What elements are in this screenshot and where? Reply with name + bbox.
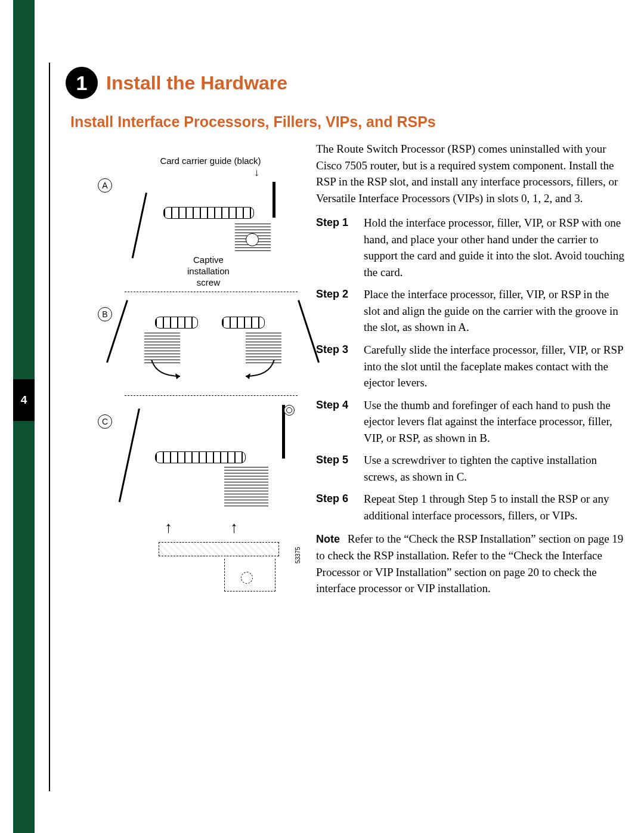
up-arrow-icon: ↑ [230,518,238,537]
step-row: Step 4 Use the thumb and forefinger of e… [316,397,626,447]
text-column: The Route Switch Processor (RSP) comes u… [316,141,626,597]
curved-arrow-icon [150,358,186,382]
diagram-top-label: Card carrier guide (black) [154,156,267,166]
step-row: Step 5 Use a screwdriver to tighten the … [316,452,626,485]
intro-paragraph: The Route Switch Processor (RSP) comes u… [316,141,626,206]
step-text: Carefully slide the interface processor,… [364,342,626,391]
diagram-label-c: C [98,414,112,429]
figure-id: 53375 [295,547,301,563]
curved-arrow-icon [240,358,275,382]
up-arrow-icon: ↑ [165,518,172,537]
step-label: Step 3 [316,342,364,391]
main-heading: Install the Hardware [106,72,287,94]
step-text: Use the thumb and forefinger of each han… [364,397,626,447]
diagram-a-caption: Captive installation screw [187,255,230,288]
sub-heading: Install Interface Processors, Fillers, V… [70,113,436,131]
step-label: Step 5 [316,452,364,485]
diagram-area: Card carrier guide (black) ↓ A Captive i… [92,152,301,629]
step-label: Step 6 [316,491,364,524]
note-label: Note [316,533,340,545]
diagram-c: ↑ ↑ [135,405,296,596]
left-black-rule [49,63,50,791]
note-text: Refer to the “Check the RSP Installation… [316,532,623,594]
heading-row: 1 Install the Hardware [66,67,287,99]
step-text: Use a screwdriver to tighten the captive… [364,452,626,485]
diagram-a [145,182,283,259]
step-label: Step 4 [316,397,364,447]
section-number: 1 [76,72,88,95]
down-arrow-icon: ↓ [254,166,259,179]
step-row: Step 3 Carefully slide the interface pro… [316,342,626,391]
step-text: Hold the interface processor, filler, VI… [364,215,626,280]
step-row: Step 6 Repeat Step 1 through Step 5 to i… [316,491,626,524]
diagram-b [126,300,299,389]
step-text: Place the interface processor, filler, V… [364,286,626,336]
diagram-divider-1 [125,292,298,292]
diagram-divider-2 [125,395,298,396]
step-label: Step 1 [316,215,364,280]
section-number-circle: 1 [66,67,98,99]
content-area: 1 Install the Hardware Install Interface… [49,0,633,833]
diagram-label-b: B [98,307,112,321]
note-paragraph: Note Refer to the “Check the RSP Install… [316,531,626,596]
step-row: Step 2 Place the interface processor, fi… [316,286,626,336]
diagram-label-a: A [98,178,112,193]
page: 4 1 Install the Hardware Install Interfa… [0,0,644,833]
step-text: Repeat Step 1 through Step 5 to install … [364,491,626,524]
step-label: Step 2 [316,286,364,336]
step-row: Step 1 Hold the interface processor, fil… [316,215,626,280]
page-number: 4 [21,394,27,407]
page-number-tab: 4 [13,379,35,421]
